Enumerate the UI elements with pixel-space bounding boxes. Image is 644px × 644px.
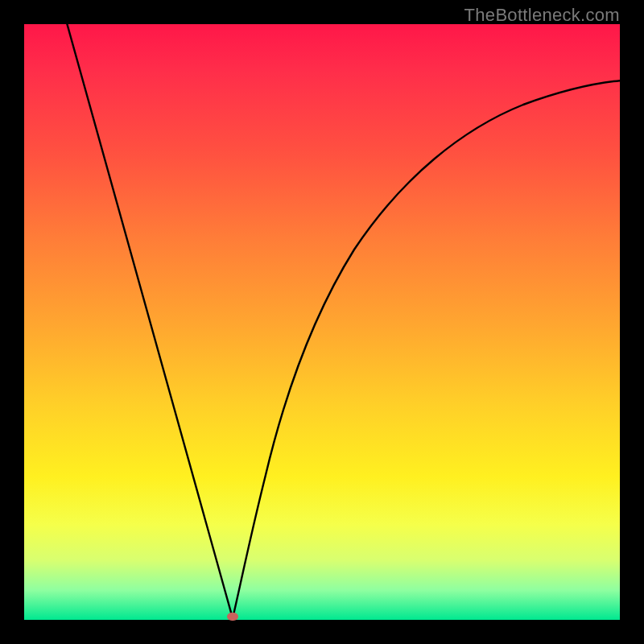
curve-svg (24, 24, 620, 620)
plot-area (24, 24, 620, 620)
min-point-marker (227, 613, 238, 621)
chart-container: TheBottleneck.com (0, 0, 644, 644)
curve-right-branch (233, 80, 620, 618)
curve-left-branch (66, 24, 233, 618)
branding-watermark: TheBottleneck.com (464, 5, 620, 26)
